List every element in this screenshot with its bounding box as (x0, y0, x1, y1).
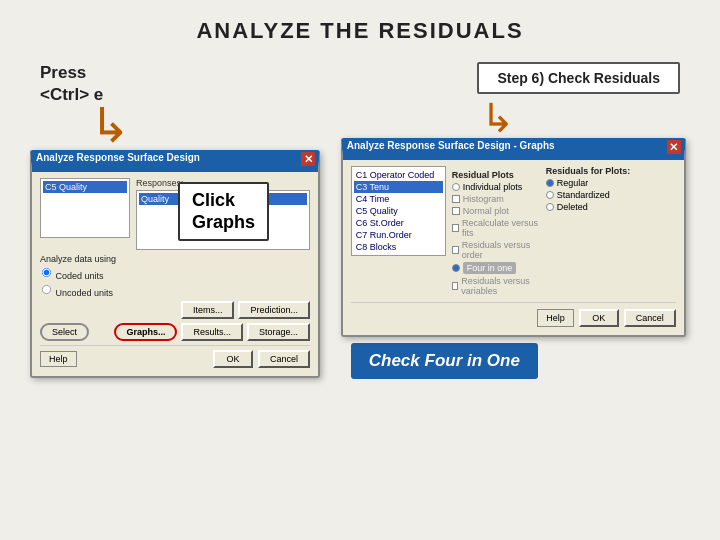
individual-radio-row: Individual plots (452, 182, 540, 192)
help-button-right[interactable]: Help (537, 309, 574, 327)
g-list-c4: C4 Time (354, 193, 443, 205)
normal-row: Normal plot (452, 206, 540, 216)
dialog-top-row: C5 Quality Responses: Quality (40, 178, 310, 250)
g-list-c7: C7 Run.Order (354, 229, 443, 241)
select-button[interactable]: Select (40, 323, 89, 341)
graphs-columns: C1 Operator Coded C3 Tenu C4 Time C5 Qua… (351, 166, 676, 298)
ok-button-left[interactable]: OK (213, 350, 253, 368)
four-in-one-radio-icon[interactable] (452, 264, 460, 272)
radio-uncoded: Uncoded units (40, 283, 310, 298)
recalculate-row: Recalculate versus fits (452, 218, 540, 238)
recalculate-checkbox[interactable] (452, 224, 459, 232)
normal-checkbox[interactable] (452, 207, 460, 215)
page-title: ANALYZE THE RESIDUALS (30, 18, 690, 44)
analyze-dialog: Analyze Response Surface Design ✕ C5 Qua… (30, 150, 320, 378)
g-list-c8: C8 Blocks (354, 241, 443, 253)
versus-order-label: Residuals versus order (462, 240, 540, 260)
content-area: Press<Ctrl> e ↳ Analyze Response Surface… (30, 62, 690, 379)
cancel-button-right[interactable]: Cancel (624, 309, 676, 327)
four-in-one-label: Four in one (463, 262, 517, 274)
graphs-dialog-title: Analyze Response Surface Design - Graphs (347, 140, 555, 151)
deleted-label: Deleted (557, 202, 588, 212)
residual-plots-title: Residual Plots (452, 170, 540, 180)
versus-order-checkbox[interactable] (452, 246, 459, 254)
check-four-in-one-label: Check Four in One (351, 343, 538, 379)
four-in-one-row: Four in one (452, 262, 540, 274)
histogram-row: Histogram (452, 194, 540, 204)
arrow-down-right-icon: ↳ (481, 98, 515, 138)
analyze-dialog-close-icon[interactable]: ✕ (301, 152, 315, 166)
graphs-dialog-footer: Help OK Cancel (351, 309, 676, 327)
arrow-down-left-icon: ↳ (90, 102, 130, 150)
residual-plots-section: Residual Plots Individual plots Histogra… (452, 170, 540, 296)
g-list-c9: C9 Pt.Type (354, 253, 443, 256)
column-listbox[interactable]: C5 Quality (40, 178, 130, 238)
analyze-label: Analyze data using (40, 254, 310, 264)
regular-radio-icon[interactable] (546, 179, 554, 187)
prediction-button[interactable]: Prediction... (238, 301, 310, 319)
items-button[interactable]: Items... (181, 301, 235, 319)
graphs-dialog: Analyze Response Surface Design - Graphs… (341, 138, 686, 337)
cancel-button-left[interactable]: Cancel (258, 350, 310, 368)
standardized-label: Standardized (557, 190, 610, 200)
histogram-checkbox[interactable] (452, 195, 460, 203)
g-list-c6: C6 St.Order (354, 217, 443, 229)
regular-radio-row: Regular (546, 178, 676, 188)
separator (40, 345, 310, 346)
graphs-dialog-close-icon[interactable]: ✕ (667, 140, 681, 154)
regular-label: Regular (557, 178, 589, 188)
deleted-radio-icon[interactable] (546, 203, 554, 211)
right-side: Step 6) Check Residuals ↳ Analyze Respon… (341, 62, 690, 379)
g-list-c3: C3 Tenu (354, 181, 443, 193)
individual-label: Individual plots (463, 182, 523, 192)
results-button[interactable]: Results... (181, 323, 243, 341)
individual-radio-icon[interactable] (452, 183, 460, 191)
analyze-section: Analyze data using Coded units Uncoded u… (40, 254, 310, 298)
graphs-separator (351, 302, 676, 303)
ok-cancel-row: Help OK Cancel (40, 350, 310, 368)
radio-coded: Coded units (40, 266, 310, 281)
standardized-radio-icon[interactable] (546, 191, 554, 199)
g-list-c5: C5 Quality (354, 205, 443, 217)
deleted-radio-row: Deleted (546, 202, 676, 212)
graphs-list-area: C1 Operator Coded C3 Tenu C4 Time C5 Qua… (351, 166, 446, 298)
residuals-vars-checkbox[interactable] (452, 282, 458, 290)
graphs-button[interactable]: Graphs... (114, 323, 177, 341)
residuals-vars-label: Residuals versus variables (461, 276, 540, 296)
col-c5: C5 Quality (43, 181, 127, 193)
ok-button-right[interactable]: OK (579, 309, 619, 327)
graphs-right-area: Residuals for Plots: Regular Standardize… (546, 166, 676, 298)
step-label: Step 6) Check Residuals (477, 62, 680, 94)
normal-label: Normal plot (463, 206, 509, 216)
recalculate-label: Recalculate versus fits (462, 218, 540, 238)
g-list-c1: C1 Operator Coded (354, 169, 443, 181)
histogram-label: Histogram (463, 194, 504, 204)
graphs-listbox[interactable]: C1 Operator Coded C3 Tenu C4 Time C5 Qua… (351, 166, 446, 256)
analyze-dialog-title: Analyze Response Surface Design (36, 152, 200, 163)
middle-buttons-row: Items... Prediction... (40, 301, 310, 319)
residuals-for-plots-header: Residuals for Plots: (546, 166, 676, 176)
dialog-bottom-row: Select Graphs... Results... Storage... (40, 323, 310, 341)
click-graphs-label: ClickGraphs (178, 182, 269, 241)
help-button-left[interactable]: Help (40, 351, 77, 367)
storage-button[interactable]: Storage... (247, 323, 310, 341)
residuals-vars-row: Residuals versus variables (452, 276, 540, 296)
page-container: ANALYZE THE RESIDUALS Press<Ctrl> e ↳ An… (0, 0, 720, 540)
col-list-area: C5 Quality (40, 178, 130, 250)
graphs-middle-area: Residual Plots Individual plots Histogra… (452, 166, 540, 298)
versus-order-row: Residuals versus order (452, 240, 540, 260)
left-side: Press<Ctrl> e ↳ Analyze Response Surface… (30, 62, 331, 379)
standardized-radio-row: Standardized (546, 190, 676, 200)
